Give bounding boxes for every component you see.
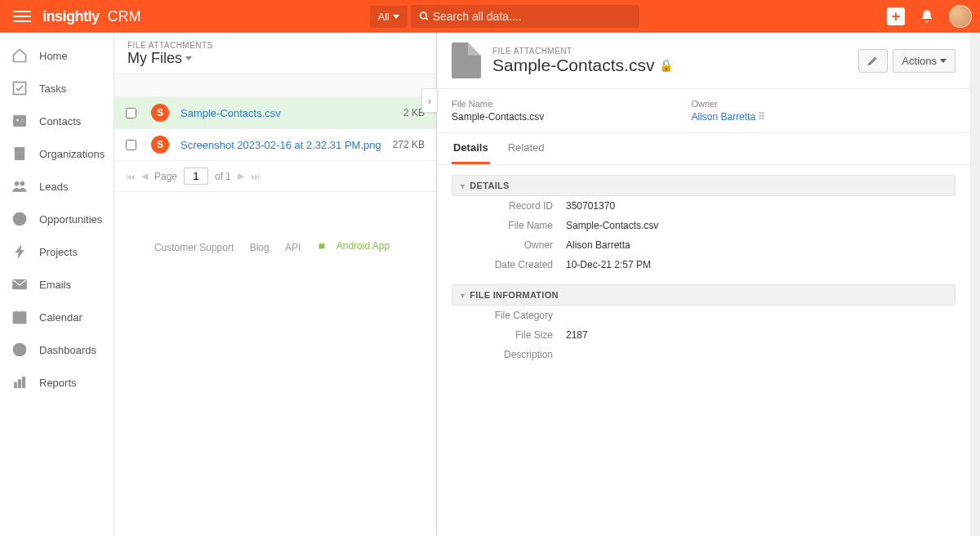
detail-title: Sample-Contacts.csv 🔒 [492, 56, 673, 75]
sidebar: Home Tasks Contacts Organizations Leads … [0, 33, 114, 536]
row-checkbox[interactable] [126, 108, 136, 118]
org-icon: ⠿ [758, 111, 765, 123]
sidebar-item-calendar[interactable]: Calendar [0, 301, 114, 333]
menu-icon[interactable] [13, 7, 31, 25]
tab-related[interactable]: Related [506, 133, 546, 164]
pager-last-icon[interactable]: ⏭ [251, 172, 260, 181]
pager-next-icon[interactable]: ▶ [238, 171, 244, 181]
sidebar-item-organizations[interactable]: Organizations [0, 137, 114, 170]
search-icon [419, 11, 430, 22]
svg-rect-5 [20, 119, 24, 120]
record-id-value: 350701370 [566, 200, 615, 212]
svg-point-16 [19, 218, 20, 220]
record-id-label: Record ID [460, 200, 566, 212]
svg-rect-25 [22, 377, 24, 387]
home-icon [11, 47, 28, 64]
sidebar-item-emails[interactable]: Emails [0, 268, 114, 301]
chevron-down-icon: ▾ [461, 181, 465, 190]
file-category-label: File Category [460, 310, 566, 321]
file-badge-icon: S [151, 104, 169, 122]
footer-android[interactable]: Android App [317, 240, 396, 252]
svg-rect-18 [14, 312, 26, 323]
detail-summary: File Name Sample-Contacts.csv Owner Alis… [437, 89, 970, 133]
pager-first-icon[interactable]: ⏮ [126, 172, 135, 181]
avatar[interactable] [949, 5, 972, 28]
svg-line-1 [425, 18, 428, 20]
file-row[interactable]: S Sample-Contacts.csv 2 KB [114, 97, 436, 129]
calendar-icon [11, 309, 28, 325]
detail-eyebrow: FILE ATTACHMENT [492, 47, 673, 56]
tasks-icon [11, 80, 28, 96]
summary-owner-label: Owner [691, 99, 765, 109]
svg-point-27 [323, 243, 323, 243]
summary-owner-link[interactable]: Alison Barretta [691, 111, 755, 123]
file-name-link[interactable]: Sample-Contacts.csv [180, 107, 403, 119]
footer-blog[interactable]: Blog [250, 242, 270, 253]
pager-prev-icon[interactable]: ◀ [141, 171, 148, 181]
pager: ⏮ ◀ Page of 1 ▶ ⏭ [114, 161, 436, 192]
svg-point-4 [16, 119, 19, 122]
organizations-icon [11, 145, 28, 162]
footer-support[interactable]: Customer Support [154, 242, 234, 253]
notifications-icon[interactable] [920, 9, 934, 24]
svg-rect-8 [17, 150, 19, 151]
svg-rect-7 [15, 148, 24, 160]
leads-icon [11, 178, 28, 194]
footer-links: Customer Support Blog API Android App [114, 229, 436, 265]
date-created-value: 10-Dec-21 2:57 PM [566, 259, 651, 270]
svg-rect-11 [21, 152, 23, 154]
reports-icon [11, 374, 28, 391]
sidebar-item-tasks[interactable]: Tasks [0, 72, 114, 105]
svg-point-0 [421, 12, 427, 19]
file-size: 272 KB [393, 139, 425, 150]
search-input[interactable] [433, 10, 631, 23]
search-scope-dropdown[interactable]: All [370, 6, 408, 28]
actions-dropdown[interactable]: Actions [893, 49, 956, 73]
file-name-link[interactable]: Screenshot 2023-02-16 at 2.32.31 PM.png [180, 139, 393, 151]
file-name-label: File Name [460, 220, 566, 231]
pager-page-input[interactable] [184, 168, 208, 185]
pager-of-label: of 1 [215, 171, 231, 182]
tab-details[interactable]: Details [452, 133, 490, 164]
sidebar-item-dashboards[interactable]: Dashboards [0, 333, 114, 366]
sidebar-item-leads[interactable]: Leads [0, 170, 114, 203]
svg-rect-9 [21, 150, 23, 151]
opportunities-icon [11, 211, 28, 227]
svg-point-26 [320, 243, 321, 243]
brand-logo: insightly [42, 8, 100, 25]
section-fileinfo-header[interactable]: ▾FILE INFORMATION [452, 284, 956, 306]
svg-rect-24 [18, 380, 20, 388]
svg-rect-6 [20, 121, 24, 122]
sidebar-item-opportunities[interactable]: Opportunities [0, 203, 114, 235]
chevron-down-icon: ▾ [461, 291, 465, 300]
edit-button[interactable] [858, 49, 888, 73]
sidebar-item-reports[interactable]: Reports [0, 366, 114, 399]
sidebar-item-home[interactable]: Home [0, 39, 114, 72]
summary-filename: Sample-Contacts.csv [452, 111, 544, 123]
detail-tabs: Details Related [437, 133, 970, 165]
description-label: Description [460, 349, 566, 360]
file-badge-icon: S [151, 136, 169, 154]
topbar: insightly CRM All + [0, 0, 980, 33]
file-size-value: 2187 [566, 329, 588, 341]
app-name: CRM [108, 8, 141, 25]
svg-rect-23 [14, 382, 16, 388]
sidebar-item-contacts[interactable]: Contacts [0, 105, 114, 137]
svg-point-13 [20, 181, 24, 185]
footer-api[interactable]: API [285, 242, 301, 253]
owner-value: Alison Barretta [566, 239, 630, 251]
row-checkbox[interactable] [126, 140, 136, 150]
add-button[interactable]: + [887, 7, 905, 25]
list-title-dropdown[interactable]: My Files [127, 50, 423, 67]
projects-icon [11, 243, 28, 260]
contacts-icon [11, 113, 28, 129]
list-eyebrow: FILE ATTACHMENTS [127, 41, 423, 50]
file-row[interactable]: S Screenshot 2023-02-16 at 2.32.31 PM.pn… [114, 129, 436, 161]
section-details-header[interactable]: ▾DETAILS [452, 175, 956, 196]
lock-icon: 🔒 [659, 59, 673, 72]
emails-icon [11, 276, 28, 293]
sidebar-item-projects[interactable]: Projects [0, 235, 114, 268]
panel-collapse-button[interactable]: › [421, 88, 438, 113]
file-name-value: Sample-Contacts.csv [566, 220, 658, 231]
detail-panel: FILE ATTACHMENT Sample-Contacts.csv 🔒 Ac… [437, 33, 970, 536]
